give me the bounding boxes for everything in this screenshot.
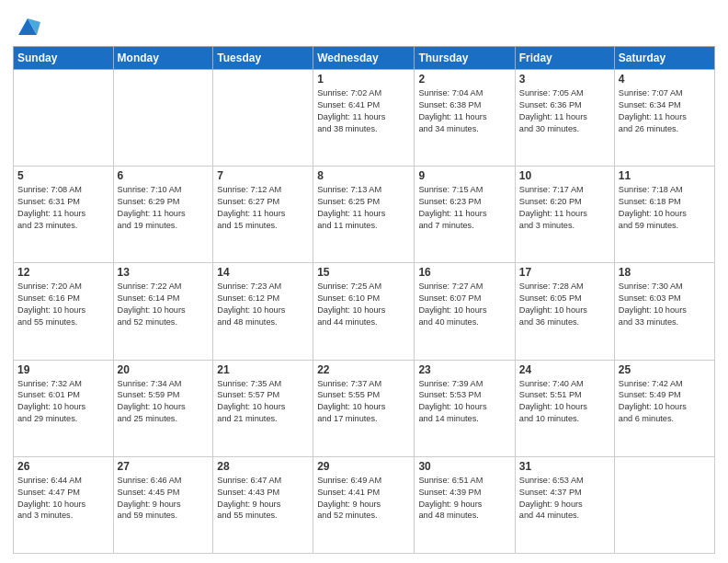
calendar-cell: 1Sunrise: 7:02 AMSunset: 6:41 PMDaylight… xyxy=(313,70,415,167)
day-number: 22 xyxy=(317,363,410,376)
calendar-cell: 3Sunrise: 7:05 AMSunset: 6:36 PMDaylight… xyxy=(515,70,614,167)
day-info: Sunrise: 7:32 AMSunset: 6:01 PMDaylight:… xyxy=(17,378,109,426)
weekday-header-wednesday: Wednesday xyxy=(313,47,415,70)
calendar-cell: 4Sunrise: 7:07 AMSunset: 6:34 PMDaylight… xyxy=(614,70,714,167)
day-info: Sunrise: 7:15 AMSunset: 6:23 PMDaylight:… xyxy=(418,184,510,232)
day-number: 15 xyxy=(317,266,410,279)
day-info: Sunrise: 7:10 AMSunset: 6:29 PMDaylight:… xyxy=(118,184,210,232)
week-row-1: 1Sunrise: 7:02 AMSunset: 6:41 PMDaylight… xyxy=(14,70,715,167)
day-info: Sunrise: 7:17 AMSunset: 6:20 PMDaylight:… xyxy=(519,184,610,232)
calendar-cell: 5Sunrise: 7:08 AMSunset: 6:31 PMDaylight… xyxy=(14,167,114,263)
day-info: Sunrise: 7:08 AMSunset: 6:31 PMDaylight:… xyxy=(17,184,109,232)
day-info: Sunrise: 7:39 AMSunset: 5:53 PMDaylight:… xyxy=(418,378,510,426)
calendar-cell: 12Sunrise: 7:20 AMSunset: 6:16 PMDayligh… xyxy=(14,263,114,360)
calendar-cell: 16Sunrise: 7:27 AMSunset: 6:07 PMDayligh… xyxy=(415,263,515,360)
day-number: 28 xyxy=(217,460,309,473)
day-number: 19 xyxy=(17,363,109,376)
day-info: Sunrise: 7:23 AMSunset: 6:12 PMDaylight:… xyxy=(217,281,309,328)
day-number: 31 xyxy=(519,460,610,473)
calendar-cell xyxy=(614,456,714,553)
day-number: 27 xyxy=(118,460,210,473)
weekday-header-friday: Friday xyxy=(515,47,614,70)
calendar-cell: 20Sunrise: 7:34 AMSunset: 5:59 PMDayligh… xyxy=(113,360,213,456)
day-info: Sunrise: 7:22 AMSunset: 6:14 PMDaylight:… xyxy=(118,281,210,328)
day-info: Sunrise: 7:37 AMSunset: 5:55 PMDaylight:… xyxy=(317,378,410,426)
calendar-table: SundayMondayTuesdayWednesdayThursdayFrid… xyxy=(13,46,715,554)
day-info: Sunrise: 7:40 AMSunset: 5:51 PMDaylight:… xyxy=(519,378,610,426)
day-number: 14 xyxy=(217,266,309,279)
day-number: 23 xyxy=(418,363,510,376)
day-info: Sunrise: 6:53 AMSunset: 4:37 PMDaylight:… xyxy=(519,475,610,523)
calendar-cell: 22Sunrise: 7:37 AMSunset: 5:55 PMDayligh… xyxy=(313,360,415,456)
day-info: Sunrise: 7:35 AMSunset: 5:57 PMDaylight:… xyxy=(217,378,309,426)
day-info: Sunrise: 7:30 AMSunset: 6:03 PMDaylight:… xyxy=(619,281,711,328)
calendar-cell: 18Sunrise: 7:30 AMSunset: 6:03 PMDayligh… xyxy=(614,263,714,360)
day-number: 18 xyxy=(619,266,711,279)
day-info: Sunrise: 6:46 AMSunset: 4:45 PMDaylight:… xyxy=(118,475,210,523)
week-row-5: 26Sunrise: 6:44 AMSunset: 4:47 PMDayligh… xyxy=(14,456,715,553)
calendar-cell: 14Sunrise: 7:23 AMSunset: 6:12 PMDayligh… xyxy=(213,263,313,360)
day-number: 12 xyxy=(17,266,109,279)
day-info: Sunrise: 7:05 AMSunset: 6:36 PMDaylight:… xyxy=(519,87,610,135)
day-number: 29 xyxy=(317,460,410,473)
day-info: Sunrise: 6:44 AMSunset: 4:47 PMDaylight:… xyxy=(17,475,109,523)
calendar-cell: 15Sunrise: 7:25 AMSunset: 6:10 PMDayligh… xyxy=(313,263,415,360)
day-number: 30 xyxy=(418,460,510,473)
header xyxy=(13,9,715,39)
calendar-cell: 19Sunrise: 7:32 AMSunset: 6:01 PMDayligh… xyxy=(14,360,114,456)
day-info: Sunrise: 7:42 AMSunset: 5:49 PMDaylight:… xyxy=(619,378,711,426)
calendar-cell: 27Sunrise: 6:46 AMSunset: 4:45 PMDayligh… xyxy=(113,456,213,553)
day-info: Sunrise: 7:20 AMSunset: 6:16 PMDaylight:… xyxy=(17,281,109,328)
calendar-cell: 6Sunrise: 7:10 AMSunset: 6:29 PMDaylight… xyxy=(113,167,213,263)
main-container: SundayMondayTuesdayWednesdayThursdayFrid… xyxy=(0,0,728,563)
day-info: Sunrise: 7:12 AMSunset: 6:27 PMDaylight:… xyxy=(217,184,309,232)
day-number: 1 xyxy=(317,73,410,86)
calendar-cell: 13Sunrise: 7:22 AMSunset: 6:14 PMDayligh… xyxy=(113,263,213,360)
day-number: 11 xyxy=(619,169,711,182)
day-info: Sunrise: 7:04 AMSunset: 6:38 PMDaylight:… xyxy=(418,87,510,135)
week-row-2: 5Sunrise: 7:08 AMSunset: 6:31 PMDaylight… xyxy=(14,167,715,263)
day-info: Sunrise: 7:27 AMSunset: 6:07 PMDaylight:… xyxy=(418,281,510,328)
calendar-cell: 11Sunrise: 7:18 AMSunset: 6:18 PMDayligh… xyxy=(614,167,714,263)
day-number: 9 xyxy=(418,169,510,182)
calendar-cell: 25Sunrise: 7:42 AMSunset: 5:49 PMDayligh… xyxy=(614,360,714,456)
week-row-4: 19Sunrise: 7:32 AMSunset: 6:01 PMDayligh… xyxy=(14,360,715,456)
calendar-cell xyxy=(213,70,313,167)
calendar-body: 1Sunrise: 7:02 AMSunset: 6:41 PMDaylight… xyxy=(14,70,715,554)
day-number: 10 xyxy=(519,169,610,182)
calendar-cell: 2Sunrise: 7:04 AMSunset: 6:38 PMDaylight… xyxy=(415,70,515,167)
day-number: 6 xyxy=(118,169,210,182)
week-row-3: 12Sunrise: 7:20 AMSunset: 6:16 PMDayligh… xyxy=(14,263,715,360)
day-info: Sunrise: 7:02 AMSunset: 6:41 PMDaylight:… xyxy=(317,87,410,135)
day-number: 25 xyxy=(619,363,711,376)
day-number: 26 xyxy=(17,460,109,473)
day-info: Sunrise: 7:28 AMSunset: 6:05 PMDaylight:… xyxy=(519,281,610,328)
weekday-row: SundayMondayTuesdayWednesdayThursdayFrid… xyxy=(14,47,715,70)
day-number: 8 xyxy=(317,169,410,182)
calendar-header: SundayMondayTuesdayWednesdayThursdayFrid… xyxy=(14,47,715,70)
day-info: Sunrise: 6:51 AMSunset: 4:39 PMDaylight:… xyxy=(418,475,510,523)
day-info: Sunrise: 7:07 AMSunset: 6:34 PMDaylight:… xyxy=(619,87,711,135)
day-number: 5 xyxy=(17,169,109,182)
day-number: 13 xyxy=(118,266,210,279)
day-info: Sunrise: 7:25 AMSunset: 6:10 PMDaylight:… xyxy=(317,281,410,328)
day-number: 4 xyxy=(619,73,711,86)
weekday-header-tuesday: Tuesday xyxy=(213,47,313,70)
day-number: 7 xyxy=(217,169,309,182)
calendar-cell: 29Sunrise: 6:49 AMSunset: 4:41 PMDayligh… xyxy=(313,456,415,553)
day-info: Sunrise: 6:49 AMSunset: 4:41 PMDaylight:… xyxy=(317,475,410,523)
logo xyxy=(13,13,40,39)
calendar-cell: 26Sunrise: 6:44 AMSunset: 4:47 PMDayligh… xyxy=(14,456,114,553)
weekday-header-saturday: Saturday xyxy=(614,47,714,70)
day-info: Sunrise: 7:18 AMSunset: 6:18 PMDaylight:… xyxy=(619,184,711,232)
day-number: 24 xyxy=(519,363,610,376)
calendar-cell: 8Sunrise: 7:13 AMSunset: 6:25 PMDaylight… xyxy=(313,167,415,263)
calendar-cell xyxy=(14,70,114,167)
logo-icon xyxy=(15,13,40,39)
calendar-cell: 21Sunrise: 7:35 AMSunset: 5:57 PMDayligh… xyxy=(213,360,313,456)
calendar-cell xyxy=(113,70,213,167)
day-info: Sunrise: 7:13 AMSunset: 6:25 PMDaylight:… xyxy=(317,184,410,232)
calendar-cell: 9Sunrise: 7:15 AMSunset: 6:23 PMDaylight… xyxy=(415,167,515,263)
calendar-cell: 31Sunrise: 6:53 AMSunset: 4:37 PMDayligh… xyxy=(515,456,614,553)
day-number: 2 xyxy=(418,73,510,86)
